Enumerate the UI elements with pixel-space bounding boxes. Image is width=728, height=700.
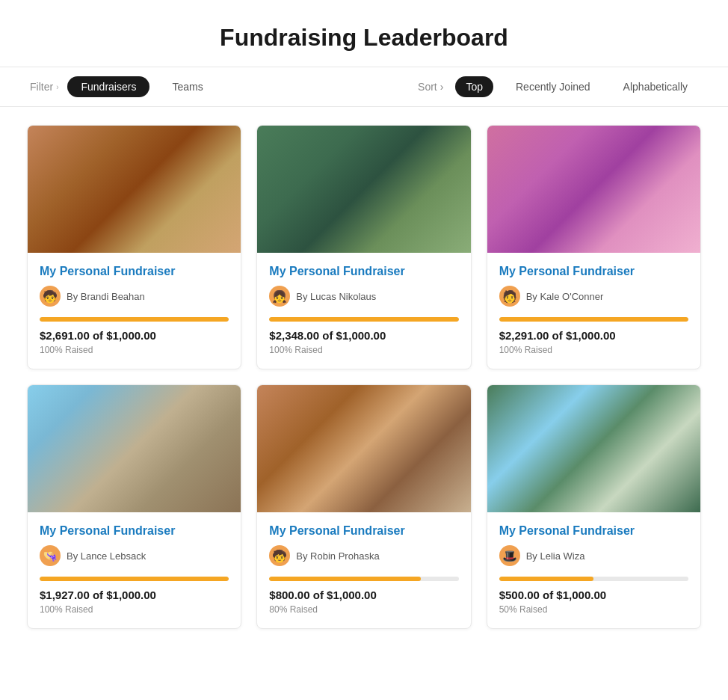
sort-btn-recently-joined[interactable]: Recently Joined <box>505 76 601 97</box>
card-amount-6: $500.00 of $1,000.00 <box>499 589 688 601</box>
fundraiser-card-1[interactable]: My Personal Fundraiser By Brandi Beahan … <box>27 125 241 369</box>
cards-grid: My Personal Fundraiser By Brandi Beahan … <box>0 125 728 656</box>
card-image-5 <box>257 385 470 512</box>
card-image-4 <box>28 385 241 512</box>
filter-btn-teams[interactable]: Teams <box>158 76 216 97</box>
avatar-4 <box>40 545 61 566</box>
progress-bar-fill-2 <box>269 317 458 322</box>
card-title-1[interactable]: My Personal Fundraiser <box>40 265 229 278</box>
card-amount-4: $1,927.00 of $1,000.00 <box>40 589 229 601</box>
page-header: Fundraising Leaderboard <box>0 0 728 67</box>
fundraiser-card-6[interactable]: My Personal Fundraiser By Lelia Wiza $50… <box>487 384 701 629</box>
author-name-1: By Brandi Beahan <box>67 291 145 302</box>
card-raised-label-3: 100% Raised <box>499 345 688 355</box>
filter-label: Filter › <box>30 81 58 93</box>
card-title-5[interactable]: My Personal Fundraiser <box>269 524 458 538</box>
card-title-4[interactable]: My Personal Fundraiser <box>40 524 229 538</box>
progress-bar-container-4 <box>40 577 229 581</box>
sort-btn-alphabetically[interactable]: Alphabetically <box>613 76 698 97</box>
progress-bar-fill-6 <box>499 577 594 581</box>
sort-chevron-icon: › <box>440 81 444 93</box>
card-image-6 <box>487 385 700 512</box>
card-amount-5: $800.00 of $1,000.00 <box>269 589 458 601</box>
filter-text: Filter <box>30 81 53 93</box>
card-raised-label-2: 100% Raised <box>269 345 458 355</box>
sort-label: Sort › <box>418 81 443 93</box>
avatar-2 <box>269 286 290 307</box>
progress-bar-container-2 <box>269 317 458 322</box>
progress-bar-container-1 <box>40 317 229 322</box>
filter-section: Filter › Fundraisers Teams <box>30 76 217 97</box>
progress-bar-fill-1 <box>40 317 229 322</box>
card-amount-3: $2,291.00 of $1,000.00 <box>499 329 688 342</box>
sort-btn-top[interactable]: Top <box>455 76 493 97</box>
card-image-2 <box>257 126 470 253</box>
avatar-6 <box>499 545 520 566</box>
progress-bar-fill-3 <box>499 317 688 322</box>
author-name-4: By Lance Lebsack <box>67 550 146 562</box>
card-author-5: By Robin Prohaska <box>269 545 458 566</box>
fundraiser-card-3[interactable]: My Personal Fundraiser By Kale O'Conner … <box>487 125 701 369</box>
fundraiser-card-2[interactable]: My Personal Fundraiser By Lucas Nikolaus… <box>256 125 471 369</box>
card-title-3[interactable]: My Personal Fundraiser <box>499 265 688 278</box>
card-body-1: My Personal Fundraiser By Brandi Beahan … <box>28 253 241 369</box>
fundraiser-card-4[interactable]: My Personal Fundraiser By Lance Lebsack … <box>27 384 241 629</box>
sort-section: Sort › Top Recently Joined Alphabeticall… <box>418 76 698 97</box>
card-author-2: By Lucas Nikolaus <box>269 286 458 307</box>
fundraiser-card-5[interactable]: My Personal Fundraiser By Robin Prohaska… <box>256 384 471 629</box>
card-raised-label-6: 50% Raised <box>499 604 688 615</box>
card-body-5: My Personal Fundraiser By Robin Prohaska… <box>257 512 470 628</box>
card-amount-1: $2,691.00 of $1,000.00 <box>40 329 229 342</box>
author-name-3: By Kale O'Conner <box>526 291 604 302</box>
card-image-1 <box>28 126 241 253</box>
author-name-6: By Lelia Wiza <box>526 550 585 562</box>
progress-bar-container-6 <box>499 577 688 581</box>
card-raised-label-5: 80% Raised <box>269 604 458 615</box>
card-author-1: By Brandi Beahan <box>40 286 229 307</box>
page-title: Fundraising Leaderboard <box>0 24 728 52</box>
sort-text: Sort <box>418 81 437 93</box>
card-author-3: By Kale O'Conner <box>499 286 688 307</box>
card-title-6[interactable]: My Personal Fundraiser <box>499 524 688 538</box>
filter-chevron-icon: › <box>56 83 58 91</box>
progress-bar-container-3 <box>499 317 688 322</box>
filter-btn-fundraisers[interactable]: Fundraisers <box>67 76 149 97</box>
author-name-5: By Robin Prohaska <box>296 550 379 562</box>
card-title-2[interactable]: My Personal Fundraiser <box>269 265 458 278</box>
card-raised-label-4: 100% Raised <box>40 604 229 615</box>
card-body-6: My Personal Fundraiser By Lelia Wiza $50… <box>487 512 700 628</box>
progress-bar-fill-5 <box>269 577 421 581</box>
card-amount-2: $2,348.00 of $1,000.00 <box>269 329 458 342</box>
avatar-3 <box>499 286 520 307</box>
card-body-3: My Personal Fundraiser By Kale O'Conner … <box>487 253 700 369</box>
card-author-4: By Lance Lebsack <box>40 545 229 566</box>
card-body-4: My Personal Fundraiser By Lance Lebsack … <box>28 512 241 628</box>
page-container: Fundraising Leaderboard Filter › Fundrai… <box>0 0 728 656</box>
author-name-2: By Lucas Nikolaus <box>296 291 376 302</box>
avatar-5 <box>269 545 290 566</box>
card-raised-label-1: 100% Raised <box>40 345 229 355</box>
filter-bar: Filter › Fundraisers Teams Sort › Top Re… <box>0 67 728 107</box>
card-image-3 <box>487 126 700 253</box>
progress-bar-container-5 <box>269 577 458 581</box>
progress-bar-fill-4 <box>40 577 229 581</box>
avatar-1 <box>40 286 61 307</box>
card-author-6: By Lelia Wiza <box>499 545 688 566</box>
card-body-2: My Personal Fundraiser By Lucas Nikolaus… <box>257 253 470 369</box>
